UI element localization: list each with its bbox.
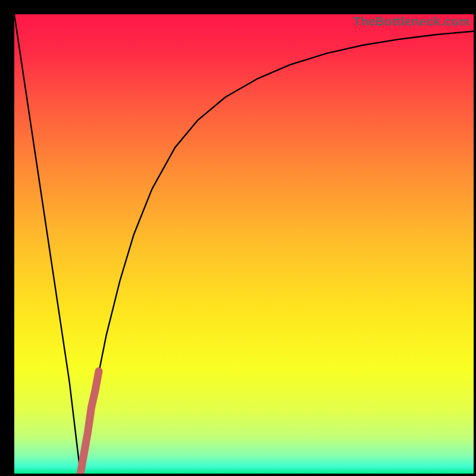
watermark-text: TheBottleneck.com bbox=[353, 14, 470, 29]
highlight-segment bbox=[80, 371, 99, 474]
chart-frame: TheBottleneck.com bbox=[0, 0, 476, 476]
plot-area: TheBottleneck.com bbox=[14, 14, 474, 474]
bottleneck-curve bbox=[14, 14, 474, 474]
chart-lines bbox=[14, 14, 474, 474]
